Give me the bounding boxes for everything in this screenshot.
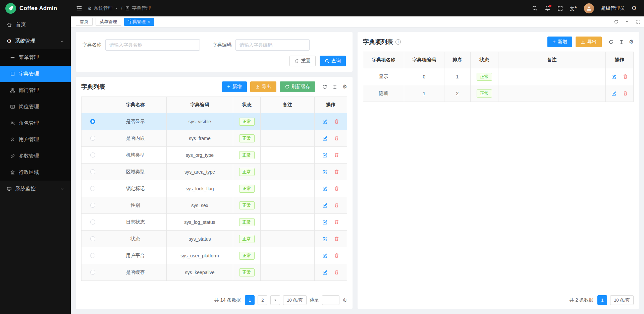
row-radio[interactable]: [90, 186, 95, 191]
reset-button[interactable]: 重置: [289, 56, 316, 66]
page-1-button[interactable]: 1: [597, 295, 607, 305]
chevron-down-icon[interactable]: [622, 16, 632, 27]
menu-collapse-icon[interactable]: [76, 5, 82, 11]
export-button[interactable]: 导出: [576, 37, 602, 47]
delete-icon[interactable]: [334, 270, 339, 275]
avatar[interactable]: [584, 3, 594, 13]
breadcrumb-system-mgmt[interactable]: ⚙ 系统管理: [88, 5, 118, 11]
table-row[interactable]: 区域类型 sys_area_type 正常: [82, 164, 347, 180]
table-row[interactable]: 日志状态 sys_log_status 正常: [82, 214, 347, 231]
table-row[interactable]: 用户平台 sys_user_platform 正常: [82, 247, 347, 264]
edit-icon[interactable]: [322, 203, 328, 208]
delete-icon[interactable]: [334, 236, 339, 241]
row-radio[interactable]: [90, 136, 95, 141]
table-row[interactable]: 是否缓存 sys_keepalive 正常: [82, 264, 347, 281]
delete-icon[interactable]: [623, 74, 628, 79]
search-icon[interactable]: [532, 5, 538, 11]
app-logo[interactable]: Coffee Admin: [0, 0, 71, 16]
edit-icon[interactable]: [322, 236, 328, 242]
row-radio[interactable]: [90, 219, 95, 225]
row-radio[interactable]: [90, 236, 95, 241]
page-2-button[interactable]: 2: [258, 295, 267, 305]
row-radio[interactable]: [90, 270, 95, 275]
refresh-icon[interactable]: [610, 16, 622, 27]
username[interactable]: 超级管理员: [601, 5, 625, 11]
info-icon[interactable]: i: [395, 39, 401, 45]
table-row[interactable]: 是否显示 sys_visible 正常: [82, 113, 347, 130]
edit-icon[interactable]: [322, 119, 328, 124]
notification-bell-icon[interactable]: [545, 5, 550, 11]
table-row[interactable]: 性别 sys_sex 正常: [82, 197, 347, 214]
delete-icon[interactable]: [334, 186, 339, 191]
edit-icon[interactable]: [611, 74, 616, 79]
table-row[interactable]: 机构类型 sys_org_type 正常: [82, 147, 347, 164]
edit-icon[interactable]: [322, 186, 328, 191]
page-size-select[interactable]: 10 条/页: [610, 295, 634, 305]
row-radio[interactable]: [90, 169, 95, 174]
sidebar-item-label: 行政区域: [19, 169, 39, 176]
sidebar-item-dict-mgmt[interactable]: 字典管理: [0, 66, 71, 82]
delete-icon[interactable]: [334, 219, 339, 225]
column-height-icon[interactable]: [619, 40, 624, 45]
row-radio[interactable]: [90, 203, 95, 208]
sidebar-item-home[interactable]: 首页: [0, 16, 71, 33]
edit-icon[interactable]: [322, 136, 328, 141]
add-button[interactable]: + 新增: [222, 81, 247, 92]
refresh-cache-button[interactable]: 刷新缓存: [280, 81, 315, 92]
export-button[interactable]: 导出: [250, 81, 276, 92]
edit-icon[interactable]: [322, 169, 328, 175]
gear-icon[interactable]: ⚙: [342, 84, 347, 89]
tab-dict-mgmt[interactable]: 字典管理 ×: [124, 18, 154, 26]
delete-icon[interactable]: [334, 203, 339, 208]
dict-code-form-item: 字典编码: [213, 39, 310, 51]
sidebar-item-region-mgmt[interactable]: 行政区域: [0, 164, 71, 181]
table-row[interactable]: 隐藏 1 2 正常: [363, 85, 633, 102]
edit-icon[interactable]: [322, 152, 328, 158]
delete-icon[interactable]: [623, 91, 628, 96]
edit-icon[interactable]: [322, 219, 328, 225]
table-row[interactable]: 状态 sys_status 正常: [82, 231, 347, 247]
refresh-icon[interactable]: [322, 84, 327, 89]
delete-icon[interactable]: [334, 136, 339, 141]
delete-icon[interactable]: [334, 169, 339, 174]
table-row[interactable]: 显示 0 1 正常: [363, 68, 633, 85]
refresh-icon[interactable]: [608, 39, 614, 45]
row-radio[interactable]: [90, 152, 95, 158]
dict-code-input[interactable]: [235, 39, 310, 51]
page-size-select[interactable]: 10 条/页: [283, 295, 307, 305]
delete-icon[interactable]: [334, 152, 339, 158]
next-page-button[interactable]: [270, 295, 280, 305]
row-radio[interactable]: [90, 253, 95, 258]
fullscreen-icon[interactable]: [557, 6, 563, 11]
breadcrumb-dict-mgmt[interactable]: 字典管理: [125, 5, 151, 11]
sidebar-item-system-mgmt[interactable]: ⚙ 系统管理: [0, 33, 71, 49]
sidebar-item-dept-mgmt[interactable]: 部门管理: [0, 82, 71, 99]
table-row[interactable]: 是否内嵌 sys_frame 正常: [82, 130, 347, 147]
sidebar-item-system-monitor[interactable]: 系统监控: [0, 181, 71, 197]
edit-icon[interactable]: [322, 270, 328, 275]
row-radio[interactable]: [90, 119, 95, 124]
add-button[interactable]: + 新增: [547, 37, 572, 47]
delete-icon[interactable]: [334, 119, 339, 124]
gear-icon[interactable]: ⚙: [629, 39, 634, 45]
page-1-button[interactable]: 1: [245, 295, 255, 305]
sidebar-item-menu-mgmt[interactable]: 菜单管理: [0, 49, 71, 66]
query-button[interactable]: 查询: [320, 56, 346, 66]
column-height-icon[interactable]: [332, 84, 337, 89]
delete-icon[interactable]: [334, 253, 339, 258]
sidebar-item-param-mgmt[interactable]: 参数管理: [0, 148, 71, 164]
sidebar-item-role-mgmt[interactable]: 角色管理: [0, 115, 71, 131]
expand-corners-icon[interactable]: [632, 16, 644, 27]
jump-page-input[interactable]: [322, 295, 339, 305]
sidebar-item-post-mgmt[interactable]: 岗位管理: [0, 99, 71, 115]
settings-gear-icon[interactable]: ⚙: [632, 5, 637, 11]
tab-menu-mgmt[interactable]: 菜单管理: [96, 18, 121, 26]
edit-icon[interactable]: [611, 91, 616, 96]
tab-home[interactable]: 首页: [76, 18, 93, 26]
edit-icon[interactable]: [322, 253, 328, 258]
table-row[interactable]: 锁定标记 sys_lock_flag 正常: [82, 180, 347, 197]
sidebar-item-user-mgmt[interactable]: 用户管理: [0, 131, 71, 148]
translate-icon[interactable]: 文A: [570, 6, 577, 11]
close-icon[interactable]: ×: [148, 19, 150, 24]
dict-name-input[interactable]: [105, 39, 200, 51]
